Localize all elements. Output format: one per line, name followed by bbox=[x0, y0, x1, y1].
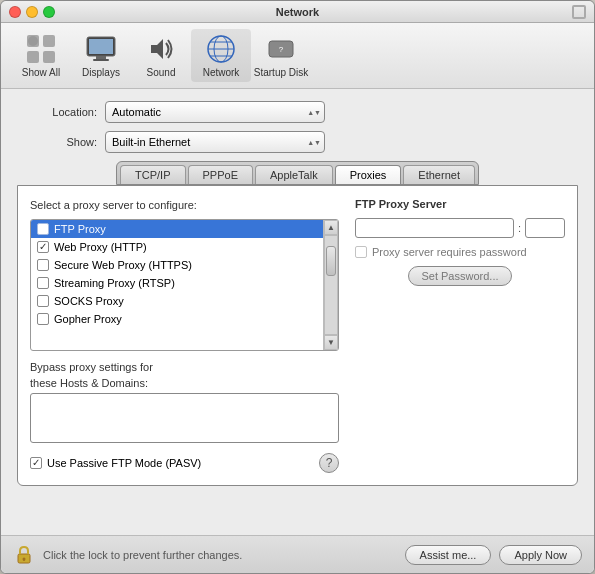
show-row: Show: Built-in Ethernet bbox=[17, 131, 578, 153]
svg-text:?: ? bbox=[279, 45, 284, 54]
tab-ethernet[interactable]: Ethernet bbox=[403, 165, 475, 184]
tab-pppoe[interactable]: PPPoE bbox=[188, 165, 253, 184]
displays-icon bbox=[85, 33, 117, 65]
sound-icon bbox=[145, 33, 177, 65]
pasv-row: ✓ Use Passive FTP Mode (PASV) ? bbox=[30, 453, 339, 473]
network-label: Network bbox=[203, 67, 240, 78]
svg-rect-6 bbox=[89, 39, 113, 54]
title-bar: Network bbox=[1, 1, 594, 23]
proxy-streaming-label: Streaming Proxy (RTSP) bbox=[54, 277, 175, 289]
proxy-list-section: Select a proxy server to configure: ✓ FT… bbox=[30, 198, 339, 473]
proxy-list: ✓ FTP Proxy ✓ Web Proxy (HTTP) Secure We… bbox=[30, 219, 339, 351]
ftp-inputs-row: : bbox=[355, 218, 565, 238]
toolbar-item-startup-disk[interactable]: ? Startup Disk bbox=[251, 29, 311, 82]
toolbar: Show All Displays Sound bbox=[1, 23, 594, 89]
proxy-socks-label: SOCKS Proxy bbox=[54, 295, 124, 307]
close-button[interactable] bbox=[9, 6, 21, 18]
scroll-thumb[interactable] bbox=[326, 246, 336, 276]
startup-disk-icon: ? bbox=[265, 33, 297, 65]
pasv-checkbox[interactable]: ✓ bbox=[30, 457, 42, 469]
proxy-gopher-label: Gopher Proxy bbox=[54, 313, 122, 325]
show-select-wrapper[interactable]: Built-in Ethernet bbox=[105, 131, 325, 153]
minimize-button[interactable] bbox=[26, 6, 38, 18]
svg-rect-1 bbox=[43, 35, 55, 47]
bypass-label-2: these Hosts & Domains: bbox=[30, 377, 339, 389]
requires-password-checkbox[interactable] bbox=[355, 246, 367, 258]
lock-icon[interactable] bbox=[13, 544, 35, 566]
proxy-list-items: ✓ FTP Proxy ✓ Web Proxy (HTTP) Secure We… bbox=[31, 220, 323, 350]
svg-rect-7 bbox=[96, 56, 106, 59]
ftp-port-input[interactable] bbox=[525, 218, 565, 238]
toolbar-item-show-all[interactable]: Show All bbox=[11, 29, 71, 82]
proxy-item-secure-web[interactable]: Secure Web Proxy (HTTPS) bbox=[31, 256, 323, 274]
toolbar-item-displays[interactable]: Displays bbox=[71, 29, 131, 82]
show-all-label: Show All bbox=[22, 67, 60, 78]
show-select[interactable]: Built-in Ethernet bbox=[105, 131, 325, 153]
show-label: Show: bbox=[17, 136, 97, 148]
proxy-ftp-label: FTP Proxy bbox=[54, 223, 106, 235]
svg-rect-3 bbox=[43, 51, 55, 63]
apply-now-button[interactable]: Apply Now bbox=[499, 545, 582, 565]
status-bar: Click the lock to prevent further change… bbox=[1, 535, 594, 573]
traffic-lights bbox=[9, 6, 55, 18]
tab-appletalk[interactable]: AppleTalk bbox=[255, 165, 333, 184]
proxy-list-scrollbar: ▲ ▼ bbox=[323, 220, 338, 350]
assist-button[interactable]: Assist me... bbox=[405, 545, 492, 565]
proxies-panel: Select a proxy server to configure: ✓ FT… bbox=[17, 185, 578, 486]
maximize-button[interactable] bbox=[43, 6, 55, 18]
proxy-item-socks[interactable]: SOCKS Proxy bbox=[31, 292, 323, 310]
panel-inner: Select a proxy server to configure: ✓ FT… bbox=[30, 198, 565, 473]
proxy-secure-web-label: Secure Web Proxy (HTTPS) bbox=[54, 259, 192, 271]
proxy-list-heading: Select a proxy server to configure: bbox=[30, 198, 339, 213]
proxy-gopher-checkbox[interactable] bbox=[37, 313, 49, 325]
sound-label: Sound bbox=[147, 67, 176, 78]
proxy-web-label: Web Proxy (HTTP) bbox=[54, 241, 147, 253]
set-password-button[interactable]: Set Password... bbox=[408, 266, 511, 286]
ftp-colon: : bbox=[518, 222, 521, 234]
scroll-up-button[interactable]: ▲ bbox=[324, 220, 338, 235]
tabs: TCP/IP PPPoE AppleTalk Proxies Ethernet bbox=[116, 161, 479, 185]
requires-password-row: Proxy server requires password bbox=[355, 246, 565, 258]
network-icon bbox=[205, 33, 237, 65]
location-row: Location: Automatic bbox=[17, 101, 578, 123]
proxy-web-checkbox[interactable]: ✓ bbox=[37, 241, 49, 253]
content-area: Location: Automatic Show: Built-in Ether… bbox=[1, 89, 594, 535]
proxy-ftp-checkbox[interactable]: ✓ bbox=[37, 223, 49, 235]
main-window: Network Show All bbox=[0, 0, 595, 574]
location-select[interactable]: Automatic bbox=[105, 101, 325, 123]
proxy-list-inner: ✓ FTP Proxy ✓ Web Proxy (HTTP) Secure We… bbox=[31, 220, 338, 350]
window-title: Network bbox=[276, 6, 319, 18]
location-select-wrapper[interactable]: Automatic bbox=[105, 101, 325, 123]
status-buttons: Assist me... Apply Now bbox=[405, 545, 582, 565]
svg-point-4 bbox=[28, 36, 38, 46]
displays-label: Displays bbox=[82, 67, 120, 78]
proxy-item-streaming[interactable]: Streaming Proxy (RTSP) bbox=[31, 274, 323, 292]
proxy-socks-checkbox[interactable] bbox=[37, 295, 49, 307]
bypass-label-1: Bypass proxy settings for bbox=[30, 361, 339, 373]
tabs-container: TCP/IP PPPoE AppleTalk Proxies Ethernet bbox=[17, 161, 578, 185]
proxy-item-web[interactable]: ✓ Web Proxy (HTTP) bbox=[31, 238, 323, 256]
help-icon[interactable]: ? bbox=[319, 453, 339, 473]
ftp-proxy-section: FTP Proxy Server : Proxy server requires… bbox=[355, 198, 565, 473]
svg-marker-9 bbox=[151, 39, 163, 59]
svg-rect-8 bbox=[93, 59, 109, 61]
lock-text: Click the lock to prevent further change… bbox=[43, 549, 405, 561]
proxy-item-ftp[interactable]: ✓ FTP Proxy bbox=[31, 220, 323, 238]
tab-tcpip[interactable]: TCP/IP bbox=[120, 165, 185, 184]
ftp-proxy-title: FTP Proxy Server bbox=[355, 198, 565, 210]
requires-password-label: Proxy server requires password bbox=[372, 246, 527, 258]
pasv-label: Use Passive FTP Mode (PASV) bbox=[47, 457, 201, 469]
proxy-streaming-checkbox[interactable] bbox=[37, 277, 49, 289]
tab-proxies[interactable]: Proxies bbox=[335, 165, 402, 184]
ftp-server-input[interactable] bbox=[355, 218, 514, 238]
bypass-section: Bypass proxy settings for these Hosts & … bbox=[30, 361, 339, 473]
show-all-icon bbox=[25, 33, 57, 65]
bypass-input[interactable] bbox=[30, 393, 339, 443]
scroll-down-button[interactable]: ▼ bbox=[324, 335, 338, 350]
proxy-item-gopher[interactable]: Gopher Proxy bbox=[31, 310, 323, 328]
toolbar-item-sound[interactable]: Sound bbox=[131, 29, 191, 82]
scroll-track[interactable] bbox=[324, 235, 338, 335]
proxy-secure-web-checkbox[interactable] bbox=[37, 259, 49, 271]
location-label: Location: bbox=[17, 106, 97, 118]
toolbar-item-network[interactable]: Network bbox=[191, 29, 251, 82]
